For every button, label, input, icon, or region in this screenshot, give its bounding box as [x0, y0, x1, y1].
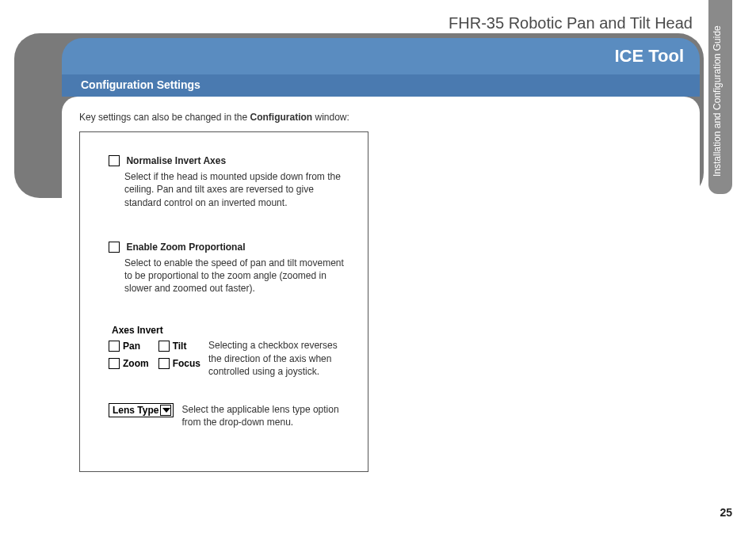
- zoom-prop-checkbox[interactable]: [109, 242, 120, 253]
- axes-invert-title: Axes Invert: [112, 325, 344, 336]
- zoom-prop-label: Enable Zoom Proportional: [126, 242, 245, 253]
- pan-label: Pan: [123, 341, 140, 352]
- setting-lens-type: Lens Type Select the applicable lens typ…: [109, 403, 344, 428]
- intro-suffix: window:: [312, 112, 349, 123]
- axes-checkbox-grid: Pan Tilt Zoom Focus: [109, 341, 200, 369]
- lens-type-dropdown[interactable]: Lens Type: [109, 403, 174, 417]
- normalise-checkbox[interactable]: [109, 155, 120, 166]
- page-number: 25: [720, 506, 732, 519]
- lens-type-desc: Select the applicable lens type option f…: [181, 403, 344, 428]
- axes-item-tilt: Tilt: [158, 341, 200, 352]
- focus-checkbox[interactable]: [158, 358, 170, 369]
- axes-item-zoom: Zoom: [109, 358, 149, 369]
- intro-bold: Configuration: [250, 112, 312, 123]
- setting-axes-invert: Axes Invert Pan Tilt Zoom: [109, 325, 344, 378]
- configuration-box: Normalise Invert Axes Select if the head…: [79, 131, 368, 472]
- intro-text: Key settings can also be changed in the …: [79, 111, 682, 124]
- setting-zoom-proportional: Enable Zoom Proportional Select to enabl…: [109, 239, 344, 295]
- normalise-label: Normalise Invert Axes: [126, 155, 226, 166]
- tilt-checkbox[interactable]: [158, 341, 170, 352]
- section-band: Configuration Settings: [62, 74, 700, 97]
- intro-prefix: Key settings can also be changed in the: [79, 112, 250, 123]
- axes-item-pan: Pan: [109, 341, 149, 352]
- chevron-down-icon: [160, 405, 171, 416]
- focus-label: Focus: [173, 358, 200, 369]
- normalise-desc: Select if the head is mounted upside dow…: [124, 170, 344, 209]
- pan-checkbox[interactable]: [109, 341, 120, 352]
- zoom-label: Zoom: [123, 358, 149, 369]
- section-title: Configuration Settings: [81, 78, 200, 91]
- title-band: ICE Tool: [62, 38, 700, 74]
- tool-title: ICE Tool: [614, 46, 684, 67]
- lens-type-label: Lens Type: [113, 405, 158, 416]
- content-area: Key settings can also be changed in the …: [62, 97, 700, 493]
- axes-item-focus: Focus: [158, 358, 200, 369]
- axes-invert-desc: Selecting a checkbox reverses the direct…: [208, 339, 344, 378]
- tilt-label: Tilt: [173, 341, 187, 352]
- side-tab-label: Installation and Configuration Guide: [705, 6, 729, 196]
- zoom-checkbox[interactable]: [109, 358, 120, 369]
- setting-normalise: Normalise Invert Axes Select if the head…: [109, 153, 344, 209]
- product-title: FHR-35 Robotic Pan and Tilt Head: [449, 14, 693, 32]
- zoom-prop-desc: Select to enable the speed of pan and ti…: [124, 257, 344, 295]
